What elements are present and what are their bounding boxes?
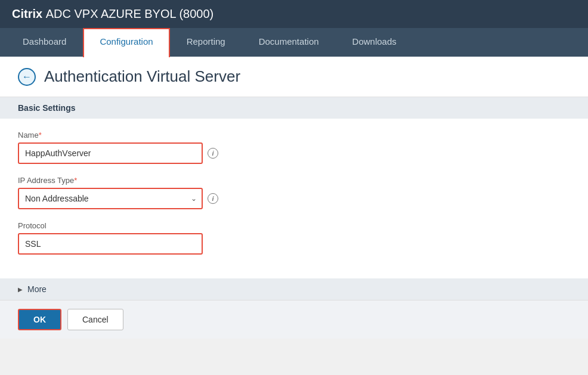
more-section[interactable]: ▶ More	[0, 278, 588, 300]
form-area: Basic Settings Name* i IP Address Type*	[0, 97, 588, 339]
name-label: Name*	[18, 131, 570, 140]
ok-button[interactable]: OK	[18, 309, 61, 330]
ip-address-type-select-wrapper: Non Addressable IPv4 IPv6 ⌄	[18, 188, 203, 209]
app-header: Citrix ADC VPX AZURE BYOL (8000)	[0, 0, 588, 28]
basic-settings-header: Basic Settings	[0, 97, 588, 119]
back-button[interactable]: ←	[18, 68, 36, 86]
page-title: Authentication Virtual Server	[44, 67, 240, 86]
ip-address-type-label: IP Address Type*	[18, 176, 570, 185]
ip-address-type-select[interactable]: Non Addressable IPv4 IPv6	[18, 188, 203, 209]
form-body: Name* i IP Address Type* Non Addressable	[0, 119, 588, 278]
nav-item-configuration[interactable]: Configuration	[83, 28, 169, 57]
more-chevron-icon: ▶	[18, 286, 23, 293]
ip-address-type-input-row: Non Addressable IPv4 IPv6 ⌄ i	[18, 188, 570, 209]
name-input-row: i	[18, 142, 570, 164]
name-info-icon: i	[208, 148, 218, 159]
cancel-button[interactable]: Cancel	[67, 309, 123, 330]
main-nav: Dashboard Configuration Reporting Docume…	[0, 28, 588, 57]
name-field-group: Name* i	[18, 131, 570, 164]
ip-info-icon: i	[208, 193, 218, 204]
form-footer: OK Cancel	[0, 300, 588, 339]
ip-address-type-field-group: IP Address Type* Non Addressable IPv4 IP…	[18, 176, 570, 209]
back-icon: ←	[22, 72, 32, 82]
protocol-input[interactable]	[18, 233, 203, 255]
brand-product: ADC VPX AZURE BYOL (8000)	[46, 7, 214, 20]
ip-required-marker: *	[74, 176, 77, 185]
main-content: ← Authentication Virtual Server Basic Se…	[0, 57, 588, 339]
nav-item-downloads[interactable]: Downloads	[336, 28, 413, 57]
more-label: More	[27, 284, 47, 294]
nav-item-documentation[interactable]: Documentation	[242, 28, 336, 57]
name-required-marker: *	[39, 131, 42, 140]
name-input[interactable]	[18, 142, 203, 164]
protocol-label: Protocol	[18, 221, 570, 230]
nav-item-dashboard[interactable]: Dashboard	[6, 28, 83, 57]
page-title-bar: ← Authentication Virtual Server	[0, 57, 588, 97]
nav-item-reporting[interactable]: Reporting	[170, 28, 242, 57]
protocol-field-group: Protocol	[18, 221, 570, 255]
protocol-input-row	[18, 233, 570, 255]
brand-citrix: Citrix	[12, 7, 42, 20]
brand-logo: Citrix ADC VPX AZURE BYOL (8000)	[12, 7, 213, 21]
